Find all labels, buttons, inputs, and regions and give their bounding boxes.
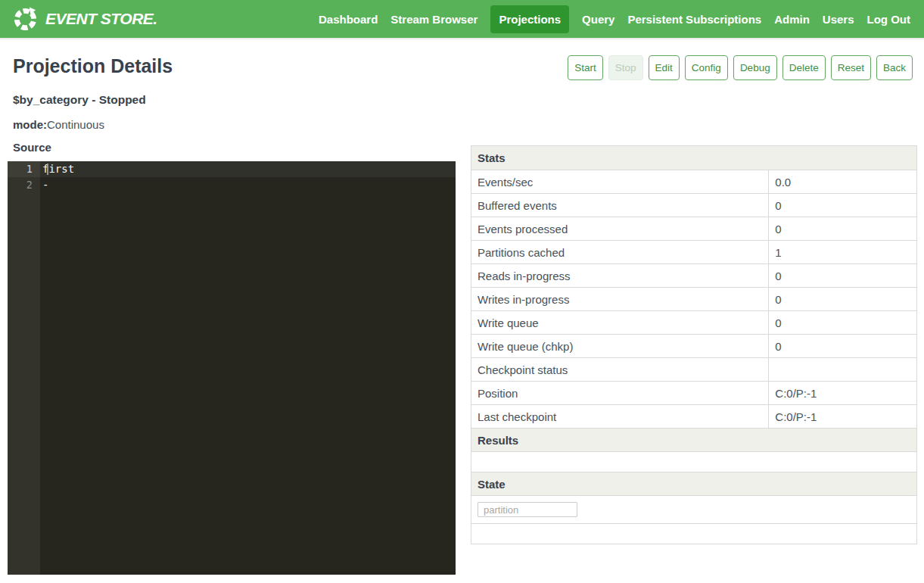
table-row: Write queue 0	[471, 310, 916, 334]
delete-button[interactable]: Delete	[782, 55, 826, 80]
stat-label: Write queue (chkp)	[471, 335, 769, 357]
line-number: 2	[8, 177, 40, 193]
stat-value: C:0/P:-1	[769, 382, 916, 404]
stat-value: 0.0	[769, 170, 916, 193]
stat-value: 0	[769, 335, 916, 357]
main-content: Source 1 first 2 - Stats Events/sec 0.0 …	[0, 140, 924, 575]
nav-item-projections[interactable]: Projections	[490, 5, 569, 33]
reset-button[interactable]: Reset	[831, 55, 871, 80]
stat-value: 0	[769, 311, 916, 334]
details-panel: Stats Events/sec 0.0 Buffered events 0 E…	[471, 145, 917, 544]
debug-button[interactable]: Debug	[733, 55, 777, 80]
stat-value: 0	[769, 288, 916, 310]
stats-section-header: Stats	[471, 146, 916, 170]
edit-button[interactable]: Edit	[649, 55, 680, 80]
source-code-editor[interactable]: 1 first 2 -	[8, 161, 456, 575]
stat-value: C:0/P:-1	[769, 405, 916, 428]
stat-value: 1	[769, 241, 916, 263]
brand-text: EVENT STORE.	[45, 10, 157, 28]
state-empty-row	[471, 523, 916, 544]
code-text: -	[40, 177, 48, 193]
stat-label: Partitions cached	[471, 241, 769, 263]
eventstore-swirl-icon	[12, 6, 39, 33]
results-section-header: Results	[471, 428, 916, 451]
table-row: Events/sec 0.0	[471, 170, 916, 193]
top-navbar: EVENT STORE. Dashboard Stream Browser Pr…	[0, 0, 924, 39]
stat-value: 0	[769, 264, 916, 287]
stat-label: Write queue	[471, 311, 769, 334]
config-button[interactable]: Config	[685, 55, 728, 80]
nav-item-users[interactable]: Users	[823, 13, 854, 26]
table-row: Events processed 0	[471, 217, 916, 240]
stat-label: Writes in-progress	[471, 288, 769, 310]
source-label: Source	[13, 141, 456, 154]
stat-label: Position	[471, 382, 769, 404]
mode-label: mode:	[13, 118, 47, 131]
code-line: 1 first	[8, 161, 456, 177]
table-row: Last checkpoint C:0/P:-1	[471, 404, 916, 428]
mode-value: Continuous	[47, 118, 104, 131]
nav-item-dashboard[interactable]: Dashboard	[319, 13, 378, 26]
stat-label: Reads in-progress	[471, 264, 769, 287]
back-button[interactable]: Back	[876, 55, 913, 80]
projection-mode: mode:Continuous	[13, 118, 924, 131]
nav-item-admin[interactable]: Admin	[774, 13, 810, 26]
partition-input-row	[471, 495, 916, 523]
table-row: Buffered events 0	[471, 193, 916, 217]
nav-item-persistent-subscriptions[interactable]: Persistent Subscriptions	[627, 13, 761, 26]
stat-label: Events processed	[471, 217, 769, 240]
results-empty-row	[471, 451, 916, 472]
stat-label: Events/sec	[471, 170, 769, 193]
stop-button[interactable]: Stop	[608, 55, 643, 80]
stat-value	[769, 358, 916, 381]
nav-item-query[interactable]: Query	[582, 13, 614, 26]
text-cursor	[47, 164, 48, 175]
source-section: Source 1 first 2 -	[8, 140, 456, 575]
table-row: Checkpoint status	[471, 357, 916, 381]
brand-logo[interactable]: EVENT STORE.	[12, 6, 157, 33]
projection-name-status: $by_category - Stopped	[13, 93, 924, 107]
table-row: Reads in-progress 0	[471, 263, 916, 287]
stat-label: Buffered events	[471, 194, 769, 217]
start-button[interactable]: Start	[568, 55, 603, 80]
stat-value: 0	[769, 217, 916, 240]
line-number: 1	[8, 161, 40, 177]
page-title: Projection Details	[13, 55, 173, 77]
nav-item-log-out[interactable]: Log Out	[867, 13, 910, 26]
main-nav: Dashboard Stream Browser Projections Que…	[319, 5, 910, 33]
stat-label: Checkpoint status	[471, 358, 769, 381]
stat-value: 0	[769, 194, 916, 217]
page-header: Projection Details Start Stop Edit Confi…	[0, 39, 924, 80]
action-buttons: Start Stop Edit Config Debug Delete Rese…	[568, 55, 913, 80]
details-section: Stats Events/sec 0.0 Buffered events 0 E…	[471, 145, 917, 544]
partition-input[interactable]	[478, 502, 577, 517]
code-line: 2 -	[8, 177, 456, 193]
nav-item-stream-browser[interactable]: Stream Browser	[390, 13, 478, 26]
table-row: Writes in-progress 0	[471, 287, 916, 310]
stat-label: Last checkpoint	[471, 405, 769, 428]
code-text: first	[40, 161, 74, 177]
state-section-header: State	[471, 472, 916, 495]
table-row: Write queue (chkp) 0	[471, 334, 916, 357]
table-row: Partitions cached 1	[471, 240, 916, 263]
table-row: Position C:0/P:-1	[471, 381, 916, 404]
